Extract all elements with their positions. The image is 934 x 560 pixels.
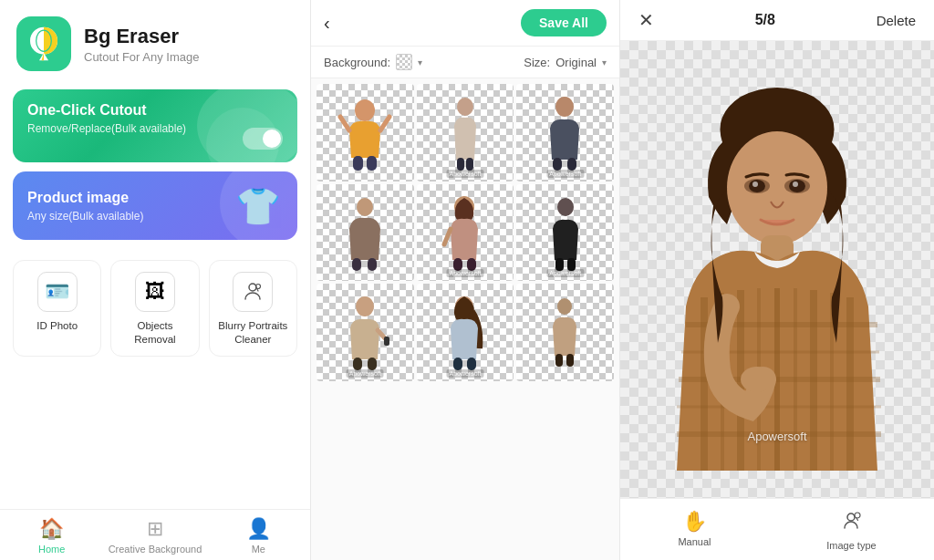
nav-me[interactable]: 👤 Me: [207, 510, 310, 560]
creative-bg-icon: ⊞: [147, 517, 163, 541]
toolbar-left: ‹: [324, 13, 330, 34]
watermark-6: Apowersoft: [546, 269, 584, 277]
svg-point-4: [355, 99, 375, 121]
svg-point-44: [793, 181, 798, 187]
feature-cards: One-Click Cutout Remove/Replace(Bulk ava…: [0, 80, 310, 249]
nav-creative-bg[interactable]: ⊞ Creative Background: [103, 510, 206, 560]
id-photo-tool[interactable]: 🪪 ID Photo: [13, 260, 101, 357]
cutout-toggle[interactable]: [243, 128, 283, 150]
cutout-card[interactable]: One-Click Cutout Remove/Replace(Bulk ava…: [13, 89, 297, 162]
svg-rect-27: [384, 337, 389, 346]
me-icon: 👤: [246, 517, 271, 541]
grid-cell-1[interactable]: [317, 84, 414, 181]
objects-removal-tool[interactable]: 🖼 Objects Removal: [110, 260, 199, 357]
image-type-label: Image type: [826, 540, 876, 551]
watermark-3: Apowersoft: [546, 170, 584, 178]
grid-cell-3[interactable]: Apowersoft: [516, 84, 614, 181]
svg-point-22: [557, 198, 574, 216]
save-all-button[interactable]: Save All: [521, 9, 607, 36]
quick-tools: 🪪 ID Photo 🖼 Objects Removal Blurry Port…: [0, 249, 310, 368]
apowersoft-watermark: Apowersoft: [747, 430, 806, 443]
svg-point-38: [741, 367, 773, 392]
image-counter: 5/8: [755, 12, 775, 28]
svg-rect-17: [368, 258, 377, 271]
id-photo-label: ID Photo: [36, 319, 78, 333]
bg-size-selector: Background: ▾ Size: Original ▾: [311, 47, 619, 78]
grid-cell-8[interactable]: Apowersoft: [417, 284, 514, 381]
manual-nav-item[interactable]: ✋ Manual: [650, 506, 738, 555]
svg-point-25: [356, 296, 374, 316]
svg-point-15: [357, 198, 373, 216]
size-value: Original: [555, 56, 597, 69]
manual-icon: ✋: [682, 510, 707, 534]
svg-rect-8: [367, 156, 377, 171]
grid-cell-6[interactable]: Apowersoft: [516, 184, 614, 282]
home-icon: 🏠: [39, 517, 64, 541]
tshirt-icon: 👕: [235, 184, 281, 227]
background-label: Background:: [324, 56, 390, 69]
grid-cell-9[interactable]: [516, 284, 614, 381]
grid-cell-2[interactable]: Apowersoft: [417, 84, 514, 181]
size-dropdown-arrow[interactable]: ▾: [602, 57, 607, 67]
toggle-knob: [263, 130, 281, 148]
watermark-8: Apowersoft: [446, 369, 483, 378]
nav-me-label: Me: [252, 544, 265, 555]
bg-dropdown-arrow[interactable]: ▾: [418, 57, 422, 67]
blurry-portraits-tool[interactable]: Blurry Portraits Cleaner: [209, 260, 297, 357]
manual-label: Manual: [678, 536, 711, 547]
svg-line-19: [444, 229, 451, 244]
nav-home[interactable]: 🏠 Home: [0, 510, 103, 560]
bg-checker-icon: [396, 54, 412, 70]
app-icon: [16, 16, 71, 71]
blurry-portraits-label: Blurry Portraits Cleaner: [215, 319, 291, 347]
middle-panel: ‹ Save All Background: ▾ Size: Original …: [310, 0, 620, 560]
nav-home-label: Home: [38, 544, 65, 555]
svg-rect-16: [352, 258, 361, 271]
image-type-icon: [840, 510, 862, 537]
svg-point-41: [752, 181, 758, 187]
right-bottom-nav: ✋ Manual Image type: [620, 498, 934, 560]
app-subtitle: Cutout For Any Image: [84, 50, 199, 64]
grid-cell-4[interactable]: [317, 184, 414, 282]
image-grid: Apowersoft Apowersoft: [311, 78, 619, 387]
svg-line-6: [380, 117, 389, 130]
right-panel: ✕ 5/8 Delete: [620, 0, 934, 560]
app-title-block: Bg Eraser Cutout For Any Image: [84, 25, 199, 64]
left-panel: Bg Eraser Cutout For Any Image One-Click…: [0, 0, 310, 560]
svg-rect-7: [353, 156, 363, 171]
svg-rect-35: [566, 354, 574, 367]
watermark-5: Apowersoft: [446, 269, 483, 277]
cutout-card-title: One-Click Cutout: [27, 102, 283, 119]
image-type-nav-item[interactable]: Image type: [799, 506, 903, 555]
svg-point-2: [249, 284, 256, 291]
svg-point-45: [847, 513, 855, 521]
middle-toolbar: ‹ Save All: [311, 0, 619, 47]
app-header: Bg Eraser Cutout For Any Image: [0, 0, 310, 80]
objects-removal-label: Objects Removal: [117, 319, 192, 347]
delete-button[interactable]: Delete: [877, 13, 916, 28]
svg-point-46: [855, 513, 860, 518]
svg-point-33: [557, 298, 572, 315]
grid-cell-5[interactable]: Apowersoft: [417, 184, 514, 282]
svg-point-36: [727, 131, 827, 244]
objects-removal-icon: 🖼: [135, 272, 175, 312]
app-title: Bg Eraser: [84, 25, 199, 48]
close-button[interactable]: ✕: [638, 9, 654, 31]
cutout-card-desc: Remove/Replace(Bulk available): [27, 122, 283, 135]
main-image-area: Apowersoft: [620, 41, 934, 498]
svg-point-9: [457, 98, 473, 116]
watermark-7: Apowersoft: [347, 369, 384, 378]
svg-rect-34: [555, 354, 563, 367]
back-button[interactable]: ‹: [324, 13, 330, 34]
grid-cell-7[interactable]: Apowersoft: [317, 284, 414, 381]
blurry-portraits-icon: [233, 272, 273, 312]
bottom-nav: 🏠 Home ⊞ Creative Background 👤 Me: [0, 509, 310, 560]
nav-creative-label: Creative Background: [109, 544, 202, 555]
size-label: Size:: [524, 56, 550, 69]
id-photo-icon: 🪪: [37, 272, 78, 312]
svg-point-12: [555, 97, 574, 117]
product-card[interactable]: Product image Any size(Bulk available) 👕: [13, 171, 297, 240]
watermark-2: Apowersoft: [446, 170, 483, 178]
svg-line-5: [340, 117, 349, 130]
right-toolbar: ✕ 5/8 Delete: [620, 0, 934, 41]
